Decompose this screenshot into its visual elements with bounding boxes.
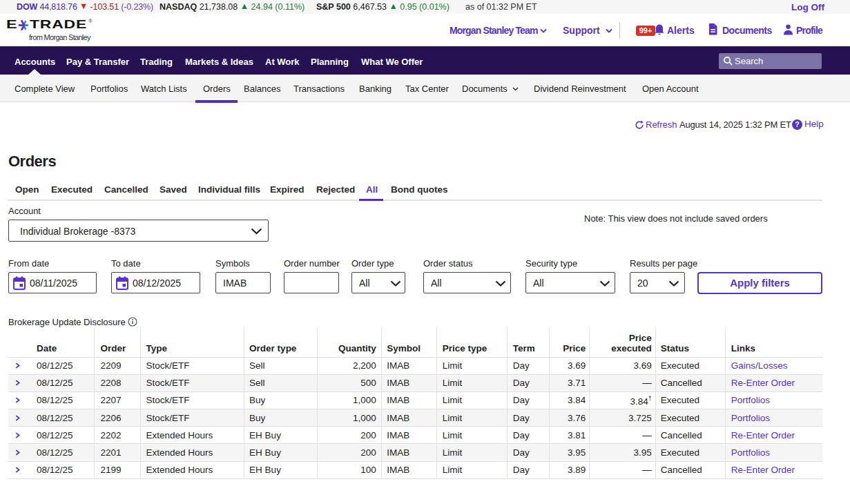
svg-text:?: ? [795,120,799,128]
